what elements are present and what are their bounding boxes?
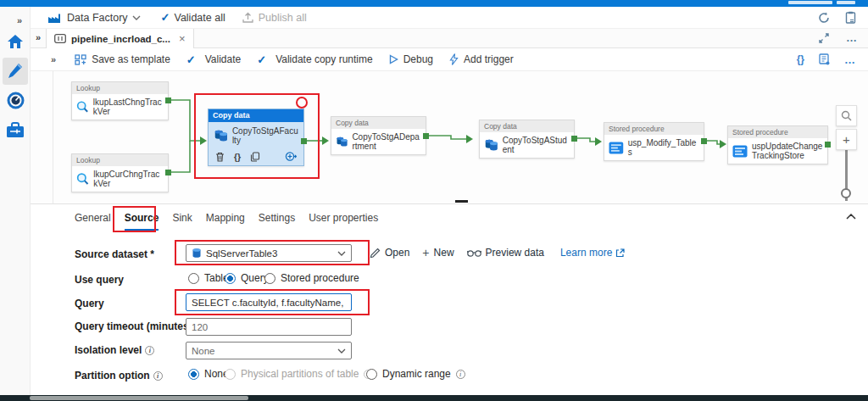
clipped-header-text — [837, 1, 855, 4]
node-type-label: Lookup — [72, 154, 168, 166]
tab-more-icon[interactable]: … — [846, 31, 858, 44]
tab-mapping[interactable]: Mapping — [206, 212, 245, 231]
activity-node-sp-modify-tables[interactable]: Stored procedure usp_Modify_Tables — [604, 122, 704, 161]
radio-icon — [188, 273, 199, 284]
delete-icon[interactable] — [215, 152, 225, 162]
node-name: uspUpdateChangeTrackingStore — [752, 142, 823, 160]
info-icon[interactable]: i — [145, 346, 154, 355]
node-name: lkupCurChngTrackVer — [93, 170, 164, 188]
source-dataset-dropdown[interactable]: SqlServerTable3 — [186, 244, 352, 262]
app-name-label[interactable]: Data Factory — [67, 12, 128, 24]
external-link-icon — [615, 248, 625, 258]
node-type-label: Copy data — [209, 109, 303, 122]
radio-selected-icon — [225, 273, 236, 284]
pipeline-icon — [54, 34, 66, 43]
output-port[interactable] — [165, 170, 171, 175]
partition-option-label: Partition optioni — [75, 370, 163, 382]
radio-selected-icon — [188, 369, 199, 380]
save-as-template-button[interactable]: Save as template — [75, 53, 170, 65]
toolbar-more-icon[interactable]: … — [844, 53, 856, 66]
output-port[interactable] — [423, 133, 429, 139]
use-query-label: Use query — [75, 274, 124, 286]
validate-all-button[interactable]: ✓ Validate all — [161, 11, 225, 24]
node-type-label: Copy data — [331, 117, 426, 129]
pipeline-settings-icon[interactable] — [819, 53, 830, 65]
copy-data-icon — [214, 129, 228, 143]
preview-data-button[interactable]: Preview data — [467, 247, 544, 259]
info-icon[interactable]: i — [153, 371, 163, 381]
tabs-expand-icon[interactable]: » — [36, 32, 41, 42]
app-header-bar: Data Factory ✓ Validate all Publish all — [31, 7, 868, 29]
radio-icon — [264, 273, 275, 284]
validate-button[interactable]: ✓ Validate — [186, 53, 241, 66]
stored-procedure-icon — [732, 145, 748, 158]
query-timeout-input[interactable] — [186, 318, 352, 336]
tab-general[interactable]: General — [75, 212, 111, 231]
sidebar-expand-icon[interactable]: » — [17, 15, 22, 25]
node-code-icon[interactable]: {} — [234, 152, 241, 162]
chevron-down-icon[interactable] — [132, 15, 141, 20]
zoom-to-fit-button[interactable] — [836, 105, 857, 126]
output-port[interactable] — [571, 136, 577, 142]
info-icon[interactable]: i — [456, 370, 465, 379]
top-window-bar — [0, 0, 868, 7]
learn-more-link[interactable]: Learn more — [560, 247, 625, 259]
toolbar-expand-icon[interactable]: » — [51, 54, 56, 64]
tab-settings[interactable]: Settings — [259, 212, 295, 231]
editor-tab-bar: » pipeline_incrload_c... × … — [31, 29, 868, 48]
canvas-scrollbar-thumb[interactable] — [455, 200, 468, 203]
clipboard-icon[interactable] — [845, 11, 856, 24]
tab-pipeline-incrload[interactable]: pipeline_incrload_c... × — [46, 29, 194, 48]
radio-table[interactable]: Table — [188, 272, 229, 284]
open-dataset-button[interactable]: Open — [370, 247, 409, 259]
publish-all-button: Publish all — [242, 12, 307, 24]
clone-icon[interactable] — [250, 152, 260, 162]
home-icon[interactable] — [7, 34, 24, 49]
query-input[interactable] — [186, 293, 352, 311]
code-view-icon[interactable]: {} — [797, 53, 804, 65]
tab-source[interactable]: Source — [125, 212, 159, 231]
chevron-down-icon — [337, 251, 346, 256]
tab-close-icon[interactable]: × — [179, 32, 186, 45]
pipeline-toolbar: » Save as template ✓ Validate ✓ Validate… — [31, 48, 868, 71]
add-trigger-button[interactable]: Add trigger — [449, 53, 514, 65]
activity-node-lookup-cur[interactable]: Lookup lkupCurChngTrackVer — [71, 153, 169, 192]
node-type-label: Lookup — [72, 82, 168, 94]
query-timeout-field[interactable] — [192, 322, 346, 332]
add-output-icon[interactable] — [285, 151, 297, 162]
tab-user-properties[interactable]: User properties — [309, 212, 378, 231]
activity-node-copy-faculty-selected[interactable]: Copy data CopyToStgAFaculty {} — [208, 109, 304, 166]
radio-partition-none[interactable]: None — [188, 368, 229, 380]
validate-copy-runtime-button[interactable]: ✓ Validate copy runtime — [257, 53, 372, 66]
activity-node-sp-update-changetracking[interactable]: Stored procedure uspUpdateChangeTracking… — [727, 125, 828, 164]
expand-canvas-icon[interactable] — [819, 33, 829, 43]
zoom-in-button[interactable]: + — [836, 129, 857, 150]
clipped-header-text — [788, 1, 832, 4]
lightning-icon — [449, 53, 459, 65]
isolation-level-value: None — [192, 346, 215, 356]
new-dataset-button[interactable]: + New — [422, 246, 453, 259]
query-input-field[interactable] — [192, 298, 346, 308]
tab-sink[interactable]: Sink — [172, 212, 192, 231]
plus-icon: + — [422, 246, 429, 259]
output-port[interactable] — [701, 138, 707, 144]
debug-button[interactable]: Debug — [389, 53, 433, 65]
isolation-level-dropdown[interactable]: None — [186, 342, 352, 359]
node-name: CopyToStgADepartment — [352, 132, 421, 151]
output-port[interactable] — [825, 142, 831, 148]
zoom-slider-handle[interactable] — [841, 188, 851, 198]
refresh-icon[interactable] — [818, 12, 830, 24]
activity-node-copy-student[interactable]: Copy data CopyToStgAStudent — [479, 120, 575, 159]
query-label: Query — [75, 298, 104, 309]
bottom-scrollbar-thumb[interactable] — [30, 396, 248, 400]
activity-node-copy-department[interactable]: Copy data CopyToStgADepartment — [331, 116, 426, 155]
radio-query[interactable]: Query — [225, 272, 269, 284]
output-port[interactable] — [301, 138, 307, 144]
output-port[interactable] — [165, 97, 171, 103]
collapse-panel-icon[interactable] — [846, 214, 856, 220]
radio-dynamic-range[interactable]: Dynamic range i — [366, 368, 465, 380]
node-name: lkupLastChngTrackVer — [93, 97, 164, 116]
activity-node-lookup-last[interactable]: Lookup lkupLastChngTrackVer — [71, 81, 169, 120]
chevron-down-icon — [337, 348, 346, 354]
radio-stored-procedure[interactable]: Stored procedure — [264, 272, 359, 284]
